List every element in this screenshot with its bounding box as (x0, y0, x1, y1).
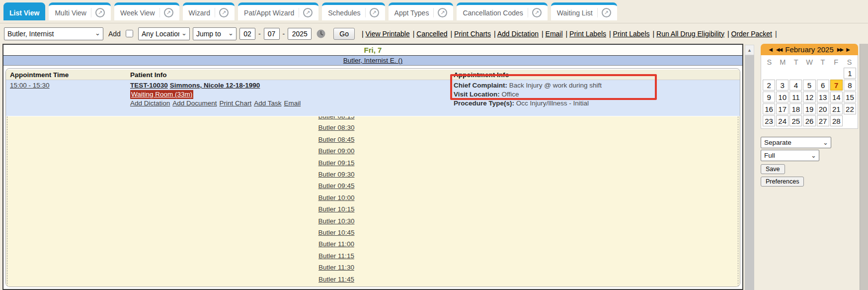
tab[interactable]: Cancellation Codes ↗ (457, 2, 547, 20)
appointment-action-link[interactable]: Email (284, 99, 301, 107)
time-slot-link[interactable]: Butler 08:30 (318, 124, 355, 131)
calendar-day-cell[interactable]: 9 (763, 92, 775, 102)
time-slot-link[interactable]: Butler 10:45 (318, 229, 355, 236)
appointment-action-link[interactable]: Print Chart (220, 99, 252, 107)
calendar-day-cell[interactable] (830, 68, 843, 79)
time-slot-link[interactable]: Butler 11:00 (318, 240, 354, 248)
calendar-day-cell[interactable]: 5 (803, 80, 815, 91)
view-mode-select[interactable]: Separate (761, 137, 831, 148)
calendar-day-cell[interactable]: 12 (803, 92, 815, 102)
provider-select[interactable]: Butler, Internist (4, 27, 103, 40)
calendar-day-cell[interactable]: 4 (789, 80, 802, 91)
toolbar-link[interactable]: Add Dictation (497, 30, 539, 38)
date-day-field[interactable] (264, 28, 280, 40)
calendar-day-cell[interactable]: 21 (830, 103, 843, 114)
tab[interactable]: Multi View ↗ (49, 2, 111, 20)
open-in-new-icon[interactable]: ↗ (91, 8, 105, 17)
content-scrollbar[interactable]: ▲ (745, 45, 754, 290)
waiting-room-status-badge[interactable]: Waiting Room (33m) (130, 90, 193, 99)
scrollbar-thumb[interactable] (745, 55, 754, 290)
calendar-day-cell[interactable]: 8 (844, 80, 856, 91)
calendar-day-cell[interactable]: 11 (789, 92, 802, 102)
calendar-day-cell[interactable]: 15 (844, 92, 856, 102)
open-in-new-icon[interactable]: ↗ (433, 8, 447, 17)
patient-id-link[interactable]: TEST-10030 (130, 82, 168, 89)
calendar-day-cell[interactable]: 23 (763, 115, 775, 126)
open-in-new-icon[interactable]: ↗ (159, 8, 173, 17)
tab[interactable]: List View (3, 2, 45, 20)
calendar-day-cell[interactable] (817, 68, 829, 79)
calendar-day-cell[interactable]: 14 (830, 92, 843, 102)
calendar-day-cell[interactable]: 7 (830, 80, 843, 91)
tab[interactable]: Pat/Appt Wizard ↗ (238, 2, 318, 20)
preferences-button[interactable]: Preferences (761, 177, 804, 187)
appointment-time-link[interactable]: 15:00 - 15:30 (10, 82, 50, 89)
calendar-prev-month-icon[interactable]: ◀◀ (776, 47, 782, 52)
calendar-day-cell[interactable]: 3 (776, 80, 789, 91)
calendar-day-cell[interactable]: 26 (803, 115, 815, 126)
add-checkbox[interactable] (126, 30, 133, 37)
appointment-action-link[interactable]: Add Dictation (130, 99, 170, 107)
calendar-day-cell[interactable]: 22 (844, 103, 856, 114)
tab[interactable]: Appt Types ↗ (389, 2, 454, 20)
time-slot-link[interactable]: Butler 11:15 (318, 252, 354, 260)
time-slot-link[interactable]: Butler 11:45 (318, 276, 354, 283)
calendar-day-cell[interactable]: 13 (817, 92, 829, 102)
tab[interactable]: Week View ↗ (114, 2, 179, 20)
toolbar-link[interactable]: Print Labels (569, 30, 606, 38)
time-slot-link[interactable]: Butler 11:30 (318, 264, 354, 271)
location-select[interactable]: Any Location (138, 27, 190, 40)
calendar-day-cell[interactable]: 20 (817, 103, 829, 114)
time-slot-link[interactable]: Butler 10:15 (318, 205, 355, 213)
time-slot-link[interactable]: Butler 09:00 (318, 147, 355, 155)
tab[interactable]: Waiting List ↗ (551, 2, 617, 20)
calendar-prev-year-icon[interactable]: ◀ (769, 47, 773, 52)
appointment-action-link[interactable]: Add Document (172, 99, 217, 107)
open-in-new-icon[interactable]: ↗ (365, 8, 379, 17)
open-in-new-icon[interactable]: ↗ (597, 8, 611, 17)
calendar-next-month-icon[interactable]: ▶▶ (837, 47, 843, 52)
provider-link[interactable]: Butler, Internist E. () (343, 57, 402, 64)
size-select[interactable]: Full (761, 150, 819, 161)
go-button[interactable]: Go (333, 28, 355, 40)
toolbar-link[interactable]: Order Packet (731, 30, 772, 38)
patient-name-link[interactable]: Simmons, Nicole 12-18-1990 (170, 82, 260, 89)
calendar-day-cell[interactable]: 18 (789, 103, 802, 114)
window-scrollbar[interactable] (860, 44, 868, 290)
calendar-day-cell[interactable]: 19 (803, 103, 815, 114)
calendar-next-year-icon[interactable]: ▶ (846, 47, 850, 52)
toolbar-link[interactable]: Email (546, 30, 563, 38)
calendar-day-cell[interactable]: 6 (817, 80, 829, 91)
open-in-new-icon[interactable]: ↗ (299, 8, 313, 17)
calendar-day-cell[interactable] (803, 68, 815, 79)
toolbar-link[interactable]: View Printable (365, 30, 409, 38)
toolbar-link[interactable]: Print Labels (613, 30, 650, 38)
calendar-day-cell[interactable]: 10 (776, 92, 789, 102)
scroll-up-button[interactable]: ▲ (745, 45, 754, 55)
time-slot-link[interactable]: Butler 08:45 (318, 136, 355, 143)
toolbar-link[interactable]: Cancelled (416, 30, 447, 38)
calendar-day-cell[interactable] (763, 68, 775, 79)
calendar-day-cell[interactable]: 2 (763, 80, 775, 91)
save-button[interactable]: Save (761, 164, 785, 174)
calendar-day-cell[interactable]: 27 (817, 115, 829, 126)
open-in-new-icon[interactable]: ↗ (528, 8, 542, 17)
calendar-day-cell[interactable] (844, 115, 856, 126)
time-slot-link[interactable]: Butler 09:30 (318, 171, 355, 178)
calendar-day-cell[interactable]: 1 (844, 68, 856, 79)
calendar-day-cell[interactable]: 28 (830, 115, 843, 126)
tab[interactable]: Wizard ↗ (183, 2, 235, 20)
tab[interactable]: Schedules ↗ (322, 2, 385, 20)
toolbar-link[interactable]: Print Charts (454, 30, 491, 38)
calendar-day-cell[interactable]: 25 (789, 115, 802, 126)
time-slot-link[interactable]: Butler 09:15 (318, 159, 355, 167)
toolbar-link[interactable]: Run All Drug Eligibility (656, 30, 724, 38)
appointment-action-link[interactable]: Add Task (254, 99, 281, 107)
calendar-day-cell[interactable] (789, 68, 802, 79)
calendar-day-cell[interactable] (776, 68, 789, 79)
clock-icon[interactable] (316, 29, 325, 38)
calendar-day-cell[interactable]: 16 (763, 103, 775, 114)
calendar-day-cell[interactable]: 24 (776, 115, 789, 126)
time-slot-link[interactable]: Butler 10:30 (318, 217, 355, 225)
time-slot-link[interactable]: Butler 08:15 (318, 116, 355, 120)
